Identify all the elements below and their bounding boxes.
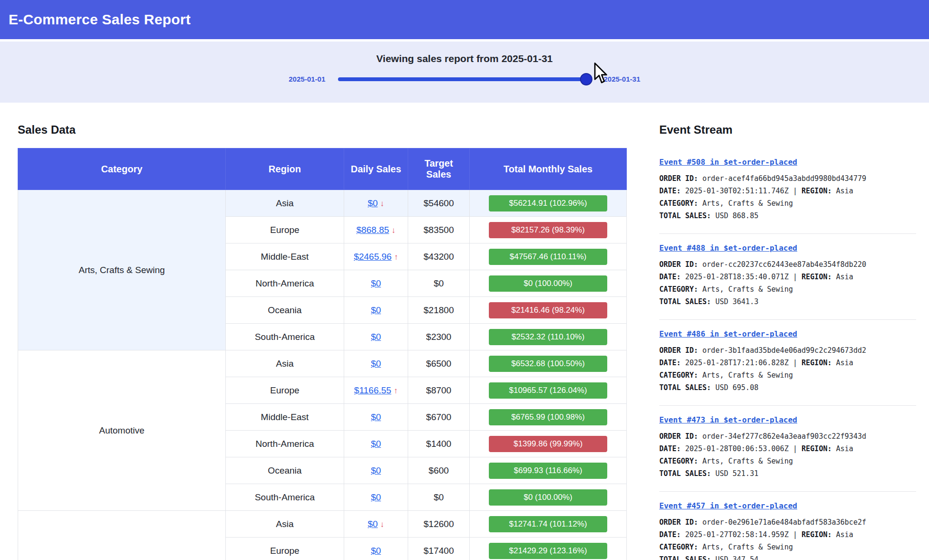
total-sales-value: USD 3641.3 [715, 297, 758, 306]
region-value: Asia [836, 273, 853, 281]
slider-row: 2025-01-01 2025-01-31 [289, 75, 640, 83]
daily-sales-link[interactable]: $0 [371, 546, 381, 556]
target-sales-cell: $2300 [408, 324, 470, 350]
daily-sales-link[interactable]: $1166.55 [354, 385, 391, 395]
date-label: DATE: [659, 444, 681, 453]
target-sales-cell: $21800 [408, 297, 470, 324]
total-sales-value: USD 521.31 [715, 469, 758, 478]
target-sales-cell: $17400 [408, 538, 470, 560]
total-sales-cell: $699.93 (116.66%) [470, 457, 627, 484]
order-id-value: order-0e2961e71a6e484abfadf583a36bce2f [702, 518, 866, 527]
total-sales-cell: $82157.26 (98.39%) [470, 217, 627, 243]
region-cell: Middle-East [226, 243, 344, 270]
total-sales-cell: $21416.46 (98.24%) [470, 297, 627, 324]
daily-sales-cell: $2465.96↑ [344, 243, 408, 270]
event-category-line: CATEGORY: Arts, Crafts & Sewing [659, 197, 916, 210]
target-sales-cell: $54600 [408, 190, 470, 217]
date-slider[interactable] [338, 77, 591, 81]
main-content: Sales Data Category Region Daily Sales T… [0, 103, 929, 560]
daily-sales-cell: $0 [344, 297, 408, 324]
event-title-link[interactable]: Event #473 in $et-order-placed [659, 415, 797, 424]
daily-sales-link[interactable]: $0 [371, 305, 381, 315]
total-sales-badge: $56214.91 (102.96%) [489, 195, 607, 211]
trend-down-icon: ↓ [380, 520, 384, 529]
column-header-daily-sales: Daily Sales [344, 148, 408, 190]
daily-sales-link[interactable]: $0 [368, 519, 378, 529]
total-sales-badge: $21429.29 (123.16%) [489, 543, 607, 559]
event-title-link[interactable]: Event #488 in $et-order-placed [659, 243, 797, 253]
order-id-label: ORDER ID: [659, 174, 698, 183]
region-cell: Middle-East [226, 404, 344, 431]
event-order-line: ORDER ID: order-cc20237cc62443ee87ab4e35… [659, 258, 916, 271]
total-sales-badge: $47567.46 (110.11%) [489, 249, 607, 265]
event-stream-heading: Event Stream [659, 123, 916, 137]
sales-table-header: Category Region Daily Sales Target Sales… [18, 148, 627, 190]
daily-sales-link[interactable]: $0 [371, 492, 381, 502]
region-value: Asia [836, 530, 853, 539]
event-title-link[interactable]: Event #486 in $et-order-placed [659, 329, 797, 338]
date-label: DATE: [659, 530, 681, 539]
region-cell: Europe [226, 217, 344, 243]
order-id-label: ORDER ID: [659, 260, 698, 269]
event-category-line: CATEGORY: Arts, Crafts & Sewing [659, 455, 916, 467]
category-value: Arts, Crafts & Sewing [702, 371, 793, 380]
order-id-value: order-acef4fa66bd945a3abdd9980bd434779 [702, 174, 866, 183]
date-label: DATE: [659, 187, 681, 195]
slider-heading: Viewing sales report from 2025-01-31 [376, 53, 553, 64]
event-order-line: ORDER ID: order-34ef277c862e4a3eaaf903cc… [659, 430, 916, 443]
trend-up-icon: ↑ [394, 253, 398, 262]
event-item: Event #473 in $et-order-placed ORDER ID:… [659, 406, 916, 492]
daily-sales-link[interactable]: $0 [371, 465, 381, 475]
date-label: DATE: [659, 273, 681, 281]
category-label: CATEGORY: [659, 199, 698, 208]
daily-sales-cell: $0↓ [344, 511, 408, 538]
region-label: REGION: [802, 530, 832, 539]
region-cell: Europe [226, 538, 344, 560]
region-cell: Europe [226, 377, 344, 404]
event-item: Event #457 in $et-order-placed ORDER ID:… [659, 492, 916, 560]
daily-sales-link[interactable]: $0 [371, 359, 381, 369]
total-sales-cell: $21429.29 (123.16%) [470, 538, 627, 560]
region-label: REGION: [802, 359, 832, 367]
target-sales-cell: $6700 [408, 404, 470, 431]
daily-sales-link[interactable]: $0 [371, 439, 381, 449]
separator: | [793, 273, 797, 281]
total-sales-cell: $6765.99 (100.98%) [470, 404, 627, 431]
daily-sales-link[interactable]: $0 [371, 412, 381, 422]
category-label: CATEGORY: [659, 371, 698, 380]
daily-sales-link[interactable]: $0 [371, 332, 381, 342]
daily-sales-cell: $0 [344, 431, 408, 457]
daily-sales-cell: $0 [344, 350, 408, 377]
app-header: E-Commerce Sales Report [0, 0, 929, 39]
category-value: Arts, Crafts & Sewing [702, 457, 793, 465]
slider-max-label: 2025-01-31 [604, 75, 641, 83]
event-title-link[interactable]: Event #508 in $et-order-placed [659, 158, 797, 167]
event-item: Event #508 in $et-order-placed ORDER ID:… [659, 148, 916, 234]
trend-up-icon: ↑ [394, 386, 398, 395]
total-sales-label: TOTAL SALES: [659, 211, 711, 220]
daily-sales-link[interactable]: $2465.96 [354, 252, 391, 262]
total-sales-badge: $0 (100.00%) [489, 275, 607, 292]
daily-sales-link[interactable]: $868.85 [356, 225, 389, 235]
column-header-category: Category [18, 148, 226, 190]
total-sales-badge: $12741.74 (101.12%) [489, 516, 607, 532]
daily-sales-link[interactable]: $0 [371, 278, 381, 288]
event-stream-panel: Event Stream Event #508 in $et-order-pla… [659, 103, 916, 560]
region-cell: Asia [226, 511, 344, 538]
daily-sales-cell: $0 [344, 324, 408, 350]
total-sales-cell: $56214.91 (102.96%) [470, 190, 627, 217]
target-sales-cell: $0 [408, 270, 470, 297]
event-title-link[interactable]: Event #457 in $et-order-placed [659, 501, 797, 510]
total-sales-cell: $12741.74 (101.12%) [470, 511, 627, 538]
region-cell: Oceania [226, 297, 344, 324]
daily-sales-link[interactable]: $0 [368, 198, 378, 208]
date-slider-section: Viewing sales report from 2025-01-31 202… [0, 42, 929, 103]
slider-handle[interactable] [580, 73, 592, 85]
category-cell: Arts, Crafts & Sewing [18, 190, 226, 350]
category-label: CATEGORY: [659, 457, 698, 465]
total-sales-cell: $0 (100.00%) [470, 270, 627, 297]
event-total-line: TOTAL SALES: USD 868.85 [659, 210, 916, 222]
region-label: REGION: [802, 187, 832, 195]
total-sales-badge: $0 (100.00%) [489, 489, 607, 506]
page-title: E-Commerce Sales Report [9, 11, 190, 28]
